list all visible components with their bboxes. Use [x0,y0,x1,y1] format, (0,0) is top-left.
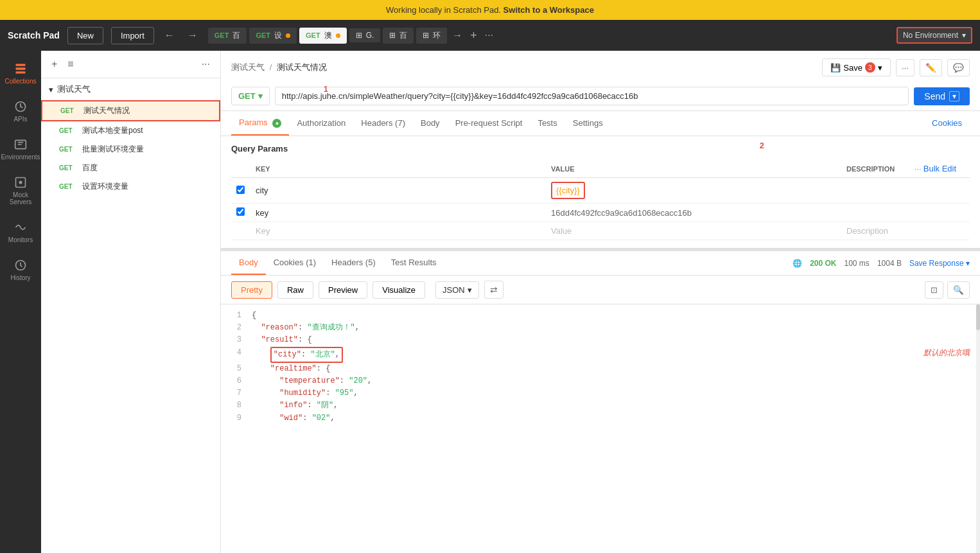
tab-icon-huan[interactable]: ⊞ 环 [416,28,447,44]
sidebar-item-monitors[interactable]: Monitors [3,215,39,250]
new-button[interactable]: New [67,27,103,44]
tab-icon-g[interactable]: ⊞ G. [349,28,381,42]
tab-settings[interactable]: Settings [565,112,611,136]
environments-icon [14,138,27,151]
url-input[interactable] [275,87,909,105]
resp-tab-headers[interactable]: Headers (5) [324,251,383,275]
request-tab-row: Params ● Authorization Headers (7) Body … [221,111,980,136]
more-tabs-button[interactable]: ··· [482,30,496,41]
switch-workspace-link[interactable]: Switch to a Workspace [503,5,594,15]
chevron-down-icon: ▾ [962,31,966,40]
query-params-title: Query Params [231,144,970,154]
scrollbar-thumb[interactable] [976,304,980,330]
sidebar-item-apis[interactable]: APIs [3,94,39,129]
item-name: 批量测试环境变量 [82,144,213,155]
annotation-1: 1 [324,85,328,94]
comment-button[interactable]: 💬 [947,59,970,76]
import-button[interactable]: Import [111,27,154,44]
line-num: 7 [231,387,241,399]
collection-group-header[interactable]: ▾ 测试天气 [41,78,220,100]
nav-right-arrow[interactable]: → [450,27,465,44]
save-button[interactable]: 💾 Save 3 ▾ [822,58,891,76]
col-key: KEY [250,160,546,178]
add-tab-button[interactable]: + [468,29,480,42]
format-raw-button[interactable]: Raw [277,281,313,299]
cookies-link[interactable]: Cookies [924,112,970,136]
row1-value[interactable]: {{city}} [551,182,585,199]
method-label: GET [59,146,77,153]
environment-selector[interactable]: No Environment ▾ [897,27,972,44]
tab-get-ao[interactable]: GET 澳 [299,28,347,44]
response-status: 🌐 200 OK 100 ms 1004 B Save Response ▾ [792,259,970,268]
format-type-selector[interactable]: JSON ▾ [435,281,479,299]
tab-params[interactable]: Params ● [231,111,289,136]
collection-item-set-env[interactable]: GET 设置环境变量 [41,177,220,196]
search-button[interactable]: 🔍 [947,281,970,299]
copy-button[interactable]: ⊡ [925,281,943,299]
sidebar-item-mock-servers[interactable]: Mock Servers [3,170,39,212]
send-dropdown-icon: ▾ [949,91,959,101]
response-tab-row: Body Cookies (1) Headers (5) Test Result… [221,251,980,276]
code-view: 1 { 2 "reason": "查询成功！", 3 "result": { [221,304,980,553]
tab-icon-bai2[interactable]: ⊞ 百 [383,28,414,44]
send-button[interactable]: Send ▾ [914,87,970,105]
code-line-4: 4 "city": "北京", 默认的北京哦 [231,347,970,363]
wrap-button[interactable]: ⇄ [484,281,503,299]
row2-value: 16dd4fc492fcc9a9ca6d1068ecacc16b [551,208,692,218]
collection-item-batch-env[interactable]: GET 批量测试环境变量 [41,140,220,159]
method-label: GET [59,164,77,171]
code-line-5: 5 "realtime": { [231,363,970,375]
edit-button[interactable]: ✏️ [920,59,942,76]
panel-more-button[interactable]: ··· [199,57,213,71]
chevron-icon: ▾ [49,85,53,94]
tab-body[interactable]: Body [413,112,448,136]
tab-get-she[interactable]: GET 设 [249,28,297,44]
format-preview-button[interactable]: Preview [319,281,367,299]
tab-get-bai[interactable]: GET 百 [208,28,247,44]
resp-tab-body[interactable]: Body [231,251,266,275]
params-more-button[interactable]: ··· [914,164,922,173]
params-section: Query Params 2 KEY VALUE DESCRIPTION · [221,136,980,248]
svg-rect-0 [16,64,26,66]
resp-tab-cookies[interactable]: Cookies (1) [266,251,324,275]
format-type-label: JSON [442,285,465,295]
row1-checkbox[interactable] [236,186,245,194]
tab-headers[interactable]: Headers (7) [353,112,413,136]
sidebar-item-collections[interactable]: Collections [3,56,39,91]
collection-item-weather-status[interactable]: GET 测试天气情况 [41,100,220,121]
placeholder-key[interactable]: Key [256,226,270,236]
request-header: 测试天气 / 测试天气情况 💾 Save 3 ▾ ··· ✏️ 💬 [221,51,980,82]
table-row: key 16dd4fc492fcc9a9ca6d1068ecacc16b [231,204,970,222]
method-label: GET [59,183,77,190]
bulk-edit-button[interactable]: Bulk Edit [923,164,956,173]
format-pretty-button[interactable]: Pretty [231,281,272,299]
params-table: KEY VALUE DESCRIPTION ··· Bulk Edit [231,160,970,240]
sidebar-item-history[interactable]: History [3,252,39,288]
more-options-button[interactable]: ··· [896,59,914,76]
add-collection-button[interactable]: + [49,57,60,71]
sidebar-label-apis: APIs [13,116,27,123]
filter-button[interactable]: ≡ [65,57,76,71]
collection-group-name: 测试天气 [57,83,91,95]
item-name: 设置环境变量 [82,181,213,192]
tab-pre-request[interactable]: Pre-request Script [448,112,530,136]
resp-tab-test-results[interactable]: Test Results [383,251,444,275]
collection-item-local-post[interactable]: GET 测试本地变量post [41,121,220,140]
code-line-1: 1 { [231,310,970,322]
format-visualize-button[interactable]: Visualize [372,281,425,299]
save-response-button[interactable]: Save Response ▾ [909,259,970,268]
tab-tests[interactable]: Tests [530,112,564,136]
code-content: "wid": "02", [252,412,970,425]
nav-back-button[interactable]: ← [162,27,177,44]
row2-checkbox[interactable] [236,207,245,216]
nav-forward-button[interactable]: → [185,27,200,44]
collection-item-baidu[interactable]: GET 百度 [41,159,220,177]
url-bar: GET ▾ Send ▾ [221,82,980,111]
sidebar-item-environments[interactable]: Environments [3,132,39,167]
row2-desc [841,204,909,222]
item-name: 测试本地变量post [82,125,213,136]
tab-authorization[interactable]: Authorization [289,112,353,136]
row2-key: key [256,208,268,218]
code-content: "temperature": "20", [252,375,970,387]
method-selector[interactable]: GET ▾ [231,87,270,105]
